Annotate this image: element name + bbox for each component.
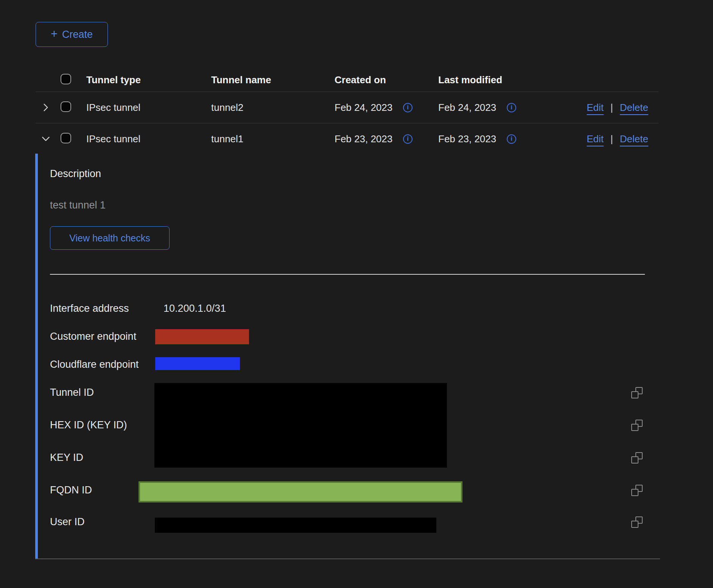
tunnel-name-cell: tunnel1 [211,133,335,145]
header-last-modified: Last modified [438,74,583,86]
field-label-interface-address: Interface address [50,302,129,314]
description-label: Description [50,168,101,180]
delete-link[interactable]: Delete [620,133,648,145]
expanded-tunnel-details: Description test tunnel 1 View health ch… [35,154,660,559]
copy-icon [631,387,643,398]
table-row-tunnel1: IPsec tunnel tunnel1 Feb 23, 2023 i Feb … [36,123,659,154]
tunnel-type-cell: IPsec tunnel [86,102,211,114]
last-modified-cell: Feb 23, 2023 i [438,133,583,145]
created-on-value: Feb 23, 2023 [335,133,392,145]
info-icon[interactable]: i [403,134,413,144]
chevron-right-icon [41,103,51,112]
tunnel-hex-key-id-redaction [154,383,447,468]
interface-address-value: 10.200.1.0/31 [163,302,226,314]
info-icon[interactable]: i [403,103,413,112]
created-on-cell: Feb 23, 2023 i [335,133,438,145]
action-separator: | [610,102,613,114]
last-modified-value: Feb 23, 2023 [438,133,496,145]
header-tunnel-type: Tunnel type [86,74,211,86]
field-label-tunnel-id: Tunnel ID [50,386,94,398]
edit-link[interactable]: Edit [587,133,604,145]
user-id-redaction [155,518,436,533]
copy-icon [631,516,643,528]
edit-link[interactable]: Edit [587,102,604,114]
copy-user-id-button[interactable] [631,516,643,528]
customer-endpoint-redaction [155,329,249,344]
expanded-row-indicator-bar [35,154,38,558]
copy-key-id-button[interactable] [631,452,643,464]
header-created-on: Created on [335,74,438,86]
last-modified-cell: Feb 24, 2023 i [438,102,583,114]
row-checkbox[interactable] [61,101,71,112]
row-actions: Edit | Delete [583,133,659,145]
copy-hex-id-button[interactable] [631,420,643,431]
created-on-value: Feb 24, 2023 [335,102,392,114]
field-label-hex-id: HEX ID (KEY ID) [50,419,127,431]
table-row-tunnel2: IPsec tunnel tunnel2 Feb 24, 2023 i Feb … [36,92,659,123]
section-divider [50,274,645,275]
fqdn-id-redaction [139,481,462,502]
row-checkbox[interactable] [61,133,71,143]
action-separator: | [610,133,613,145]
create-button-label: Create [62,29,93,40]
header-checkbox-cell [61,74,86,86]
field-label-key-id: KEY ID [50,451,83,464]
delete-link[interactable]: Delete [620,102,648,114]
info-icon[interactable]: i [507,103,516,112]
create-button[interactable]: + Create [36,22,108,47]
tunnel-name-cell: tunnel2 [211,102,335,114]
plus-icon: + [51,28,58,40]
ipsec-tunnels-page: + Create Tunnel type Tunnel name Created… [0,0,713,588]
created-on-cell: Feb 24, 2023 i [335,102,438,114]
copy-fqdn-id-button[interactable] [631,485,643,496]
field-label-customer-endpoint: Customer endpoint [50,330,136,342]
field-label-cloudflare-endpoint: Cloudflare endpoint [50,358,139,370]
copy-tunnel-id-button[interactable] [631,387,643,398]
view-health-checks-button[interactable]: View health checks [50,226,170,250]
last-modified-value: Feb 24, 2023 [438,102,496,114]
header-tunnel-name: Tunnel name [211,74,335,86]
field-label-user-id: User ID [50,516,85,528]
copy-icon [631,420,643,431]
expand-row-button[interactable] [40,102,51,113]
copy-icon [631,452,643,464]
cloudflare-endpoint-redaction [155,357,240,370]
tunnels-table: Tunnel type Tunnel name Created on Last … [36,68,659,154]
info-icon[interactable]: i [507,134,516,144]
select-all-checkbox[interactable] [61,74,71,84]
collapse-row-button[interactable] [40,133,51,145]
description-value: test tunnel 1 [50,199,106,211]
tunnel-type-cell: IPsec tunnel [86,133,211,145]
chevron-down-icon [41,134,51,144]
copy-icon [631,485,643,496]
row-actions: Edit | Delete [583,102,659,114]
field-label-fqdn-id: FQDN ID [50,484,92,496]
table-header-row: Tunnel type Tunnel name Created on Last … [36,68,659,92]
